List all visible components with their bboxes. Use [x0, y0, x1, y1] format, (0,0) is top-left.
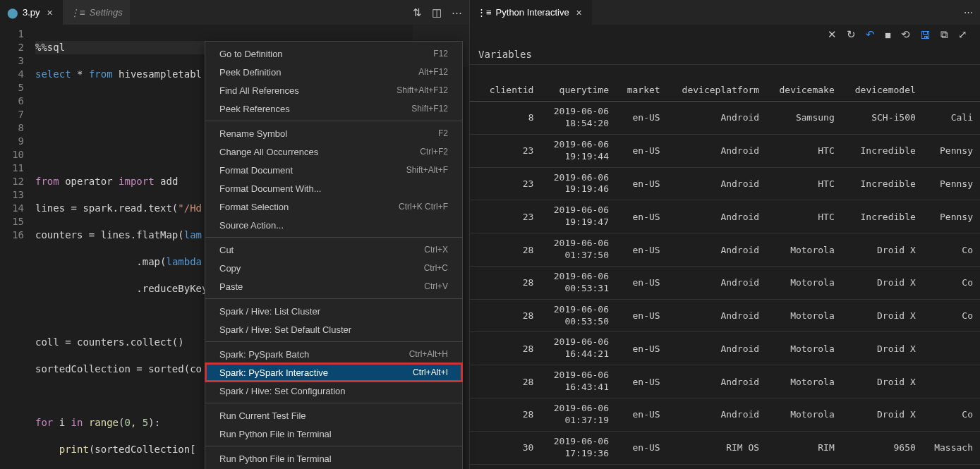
menu-item[interactable]: Format DocumentShift+Alt+F	[205, 161, 462, 179]
variables-header[interactable]: Variables	[470, 44, 980, 65]
column-header[interactable]: deviceplatform	[667, 79, 767, 102]
table-row[interactable]: 282019-06-0600:53:50en-USAndroidMotorola…	[470, 299, 980, 332]
table-cell: en-US	[616, 167, 667, 200]
table-cell: en-US	[616, 102, 667, 135]
menu-item[interactable]: Peek ReferencesShift+F12	[205, 99, 462, 118]
menu-item[interactable]: Spark: PySpark InteractiveCtrl+Alt+I	[205, 363, 462, 382]
tab-python-interactive[interactable]: ⋮≡ Python Interactive ×	[470, 0, 592, 25]
undo-icon[interactable]: ↶	[866, 28, 875, 41]
menu-item[interactable]: PasteCtrl+V	[205, 277, 462, 296]
list-icon: ⋮≡	[477, 7, 492, 18]
table-cell: 28	[470, 266, 540, 299]
table-cell: Android	[667, 332, 767, 365]
table-row[interactable]: 282019-06-0616:43:41en-USAndroidMotorola…	[470, 365, 980, 398]
menu-item-label: Format Document	[219, 165, 293, 176]
column-header[interactable]	[923, 79, 980, 102]
menu-item[interactable]: Rename SymbolF2	[205, 124, 462, 142]
table-row[interactable]: 282019-06-0616:44:21en-USAndroidMotorola…	[470, 332, 980, 365]
interactive-more-icon[interactable]: ⋯	[964, 7, 980, 18]
compare-icon[interactable]: ⇅	[413, 6, 422, 19]
table-cell: RIM	[766, 431, 842, 464]
table-row[interactable]: 82019-06-0618:54:20en-USAndroidSamsungSC…	[470, 102, 980, 135]
table-cell: HTC	[766, 167, 842, 200]
interactive-toolbar: ✕ ↻ ↶ ■ ⟲ 🖫 ⧉ ⤢	[470, 25, 980, 44]
menu-item-label: Rename Symbol	[219, 128, 287, 139]
tab-settings[interactable]: ⋮≡ Settings	[63, 0, 130, 25]
tab-file[interactable]: ⬤ 3.py ×	[0, 0, 63, 25]
menu-item-shortcut: Ctrl+K Ctrl+F	[399, 202, 448, 212]
menu-item[interactable]: CutCtrl+X	[205, 240, 462, 259]
variables-table: clientidquerytimemarketdeviceplatformdev…	[470, 79, 980, 469]
menu-item-label: Cut	[219, 245, 234, 255]
menu-item-shortcut: Ctrl+V	[424, 281, 448, 291]
menu-item[interactable]: Format Document With...	[205, 179, 462, 197]
menu-item[interactable]: Spark / Hive: List Cluster	[205, 302, 462, 320]
table-cell: Droid X	[842, 233, 923, 267]
save-icon[interactable]: 🖫	[920, 29, 931, 41]
menu-item-shortcut: Shift+Alt+F12	[397, 85, 448, 95]
menu-item-label: Format Document With...	[219, 183, 321, 194]
interactive-panel: ⋮≡ Python Interactive × ⋯ ✕ ↻ ↶ ■ ⟲ 🖫 ⧉ …	[469, 0, 980, 469]
close-icon[interactable]: ×	[44, 7, 56, 18]
table-cell: en-US	[616, 431, 667, 464]
split-icon[interactable]: ◫	[432, 6, 442, 19]
menu-item[interactable]: Spark: PySpark BatchCtrl+Alt+H	[205, 345, 462, 363]
stop-icon[interactable]: ■	[885, 29, 891, 41]
restart-icon[interactable]: ⟲	[901, 28, 910, 41]
table-cell: Android	[667, 233, 767, 267]
table-row[interactable]: 302019-06-0617:19:36en-USRIM OSRIM9650Ma…	[470, 431, 980, 464]
menu-item[interactable]: Spark / Hive: Set Default Cluster	[205, 320, 462, 339]
table-row[interactable]: 282019-06-0601:37:50en-USAndroidMotorola…	[470, 233, 980, 267]
column-header[interactable]: market	[616, 79, 667, 102]
menu-item[interactable]: CopyCtrl+C	[205, 259, 462, 277]
table-cell	[923, 365, 980, 398]
redo-icon[interactable]: ↻	[847, 28, 856, 41]
menu-item[interactable]: Change All OccurrencesCtrl+F2	[205, 142, 462, 161]
menu-item[interactable]: Run Python File in Terminal	[205, 449, 462, 468]
menu-item-shortcut: F12	[433, 49, 448, 59]
column-header[interactable]: devicemodel	[842, 79, 923, 102]
table-row[interactable]: 282019-06-0601:37:19en-USAndroidMotorola…	[470, 398, 980, 432]
menu-item-label: Go to Definition	[219, 49, 283, 59]
table-cell: 9650	[842, 464, 923, 469]
menu-item-shortcut: Ctrl+C	[424, 263, 448, 273]
menu-item[interactable]: Format SelectionCtrl+K Ctrl+F	[205, 197, 462, 216]
menu-item[interactable]: Find All ReferencesShift+Alt+F12	[205, 81, 462, 99]
table-row[interactable]: 232019-06-0619:19:44en-USAndroidHTCIncre…	[470, 134, 980, 167]
context-menu: Go to DefinitionF12Peek DefinitionAlt+F1…	[205, 41, 463, 469]
menu-item-label: Spark / Hive: Set Configuration	[219, 386, 345, 396]
table-cell: RIM OS	[667, 431, 767, 464]
column-header[interactable]: devicemake	[766, 79, 842, 102]
table-row[interactable]: 282019-06-0600:53:31en-USAndroidMotorola…	[470, 266, 980, 299]
table-cell: 2019-06-0601:37:50	[540, 233, 616, 267]
column-header[interactable]: querytime	[540, 79, 616, 102]
menu-item-shortcut: Ctrl+F2	[420, 147, 448, 157]
table-cell: RIM	[766, 464, 842, 469]
table-cell: 28	[470, 332, 540, 365]
expand-icon[interactable]: ⤢	[958, 28, 967, 41]
copy-icon[interactable]: ⧉	[940, 28, 948, 41]
menu-separator	[205, 341, 462, 342]
table-cell: 28	[470, 233, 540, 267]
table-cell: en-US	[616, 134, 667, 167]
menu-item[interactable]: Go to DefinitionF12	[205, 44, 462, 63]
column-header[interactable]: clientid	[470, 79, 540, 102]
more-icon[interactable]: ⋯	[452, 6, 462, 19]
table-header-row: clientidquerytimemarketdeviceplatformdev…	[470, 79, 980, 102]
menu-item[interactable]: Run Python File in Terminal	[205, 425, 462, 443]
table-row[interactable]: 232019-06-0619:19:46en-USAndroidHTCIncre…	[470, 167, 980, 200]
menu-item[interactable]: Run Current Test File	[205, 406, 462, 425]
table-row[interactable]: 232019-06-0619:19:47en-USAndroidHTCIncre…	[470, 200, 980, 233]
close-icon[interactable]: ×	[574, 7, 585, 18]
menu-item[interactable]: Spark / Hive: Set Configuration	[205, 382, 462, 400]
cancel-icon[interactable]: ✕	[828, 28, 837, 41]
table-cell: Massach	[923, 464, 980, 469]
menu-item-label: Run Python File in Terminal	[219, 429, 332, 439]
menu-item[interactable]: Peek DefinitionAlt+F12	[205, 63, 462, 81]
table-cell: 2019-06-0616:43:41	[540, 365, 616, 398]
menu-item[interactable]: Source Action...	[205, 216, 462, 234]
table-cell: HTC	[766, 134, 842, 167]
menu-item-label: Paste	[219, 281, 243, 292]
table-cell: 2019-06-0617:19:36	[540, 431, 616, 464]
table-row[interactable]: 302019-06-06en-USRIM OSRIM9650Massach	[470, 464, 980, 469]
